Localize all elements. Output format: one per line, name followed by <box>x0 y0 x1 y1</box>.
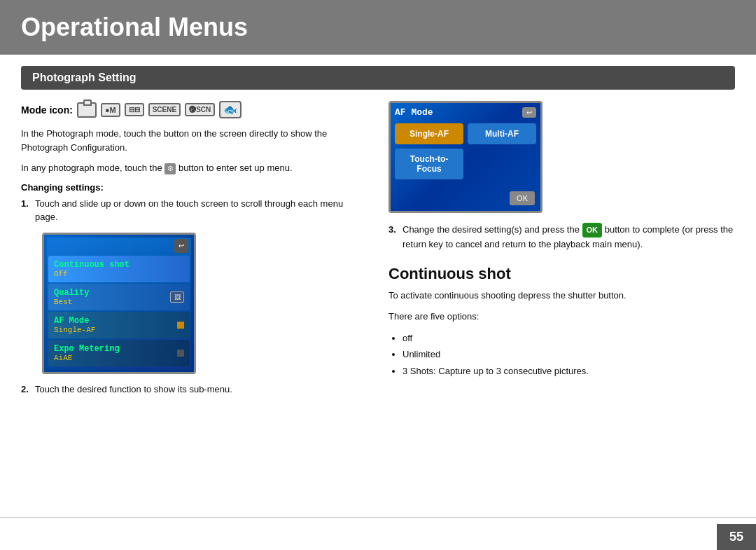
section-title: Photograph Setting <box>32 71 724 84</box>
menu-item-continuous-value: Off <box>54 270 184 278</box>
ok-badge-inline: OK <box>582 223 603 238</box>
menu-item-continuous-label: Continuous shot <box>54 260 184 270</box>
afmode-indicator <box>177 322 184 329</box>
options-list: off Unlimited 3 Shots: Capture up to 3 c… <box>388 330 735 379</box>
menu-item-expo-text: Expo Metering AiAE <box>54 344 120 362</box>
video-icon: ●M <box>101 103 120 117</box>
option-3shots: 3 Shots: Capture up to 3 consecutive pic… <box>402 363 735 379</box>
afmode-ok-btn[interactable]: OK <box>510 191 535 205</box>
camera-menu-screen: ↩ Continuous shot Off Quality Best <box>42 233 196 374</box>
scene-icon: SCENE <box>148 103 181 116</box>
continuous-shot-desc: To activate continuous shooting depress … <box>388 289 735 303</box>
menu-item-quality-text: Quality Best <box>54 288 89 306</box>
expo-indicator <box>177 350 184 357</box>
menu-item-quality-value: Best <box>54 298 89 306</box>
option-unlimited: Unlimited <box>402 346 735 362</box>
right-column: AF Mode ↩ Single-AF Multi-AF Touch-to-Fo… <box>388 101 735 401</box>
step-2: Touch the desired function to show its s… <box>21 383 368 397</box>
quality-icon-area: 🖼 <box>170 291 184 303</box>
menu-item-quality-label: Quality <box>54 288 89 298</box>
camera-icon <box>77 102 97 118</box>
body-text-1: In the Photograph mode, touch the button… <box>21 127 368 154</box>
screen-back-btn[interactable]: ↩ <box>174 239 188 253</box>
menu-item-expo-value: AiAE <box>54 354 120 362</box>
page-number: 55 <box>717 524 756 550</box>
continuous-shot-section: Continuous shot To activate continuous s… <box>388 265 735 379</box>
menu-item-afmode[interactable]: AF Mode Single-AF <box>48 312 190 338</box>
menu-item-expo[interactable]: Expo Metering AiAE <box>48 340 190 366</box>
menu-item-quality[interactable]: Quality Best 🖼 <box>48 284 190 310</box>
title-bar: Operational Menus <box>0 0 756 55</box>
mode-icon-row: Mode icon: ●M ⊟⊟ SCENE 🅐SCN 🐟 <box>21 101 368 118</box>
left-column: Mode icon: ●M ⊟⊟ SCENE 🅐SCN 🐟 In the Pho… <box>21 101 368 401</box>
menu-item-afmode-value: Single-AF <box>54 326 95 334</box>
bottom-divider <box>0 517 756 518</box>
body-text-2: In any photograph mode, touch the ⚙ butt… <box>21 161 368 175</box>
step-1: Touch and slide up or down on the touch … <box>21 197 368 224</box>
step-3-container: Change the desired setting(s) and press … <box>388 223 735 251</box>
panorama-icon: ⊟⊟ <box>125 103 144 116</box>
afmode-touch-to-focus-btn[interactable]: Touch-to-Focus <box>395 149 463 179</box>
steps-list: Touch and slide up or down on the touch … <box>21 197 368 224</box>
ascn-icon: 🅐SCN <box>185 103 215 116</box>
main-content: Mode icon: ●M ⊟⊟ SCENE 🅐SCN 🐟 In the Pho… <box>0 101 756 401</box>
settings-icon-inline: ⚙ <box>164 163 176 174</box>
mode-icon-label: Mode icon: <box>21 104 73 116</box>
option-off: off <box>402 330 735 346</box>
afmode-buttons: Single-AF Multi-AF Touch-to-Focus <box>395 123 536 179</box>
continuous-shot-title: Continuous shot <box>388 265 735 283</box>
afmode-screen: AF Mode ↩ Single-AF Multi-AF Touch-to-Fo… <box>388 101 542 213</box>
special-icon: 🐟 <box>219 101 241 118</box>
page-title: Operational Menus <box>21 13 735 42</box>
step-2-container: Touch the desired function to show its s… <box>21 383 368 397</box>
afmode-single-af-btn[interactable]: Single-AF <box>395 123 463 144</box>
menu-item-continuous[interactable]: Continuous shot Off <box>48 256 190 282</box>
menu-item-afmode-label: AF Mode <box>54 316 95 326</box>
menu-item-expo-label: Expo Metering <box>54 344 120 354</box>
camera-screen-inner: ↩ Continuous shot Off Quality Best <box>47 238 191 369</box>
changing-settings-label: Changing settings: <box>21 182 368 193</box>
afmode-title-bar: AF Mode ↩ <box>395 107 536 118</box>
step-3: Change the desired setting(s) and press … <box>388 223 735 251</box>
afmode-title: AF Mode <box>395 107 433 118</box>
quality-icon: 🖼 <box>170 291 184 303</box>
afmode-multi-af-btn[interactable]: Multi-AF <box>468 123 536 144</box>
section-header: Photograph Setting <box>21 66 735 90</box>
menu-item-afmode-text: AF Mode Single-AF <box>54 316 95 334</box>
five-options-label: There are five options: <box>388 310 735 324</box>
afmode-back-btn[interactable]: ↩ <box>522 107 536 118</box>
screen-header: ↩ <box>47 238 191 254</box>
